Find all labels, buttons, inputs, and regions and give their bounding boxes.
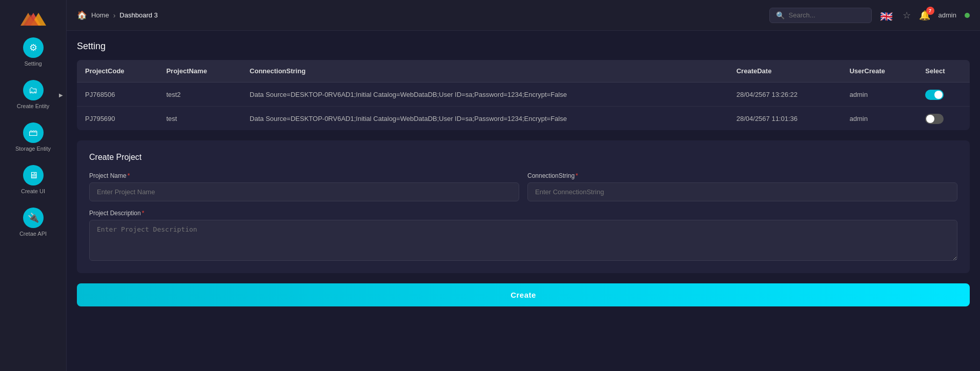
form-row-1: Project Name* ConnectionString* xyxy=(89,172,957,201)
page-title: Setting xyxy=(77,41,970,52)
topbar: 🏠 Home › Dashboard 3 🔍 🇬🇧 ☆ 🔔 7 admin xyxy=(67,0,980,31)
sidebar-item-setting[interactable]: ⚙ Setting xyxy=(0,32,66,72)
sidebar-item-create-api[interactable]: 🔌 Cretae API xyxy=(0,202,66,242)
col-create-date: CreateDate xyxy=(728,60,842,83)
page-content: Setting ProjectCode ProjectName Connecti… xyxy=(67,31,980,371)
notification-wrapper[interactable]: 🔔 7 xyxy=(919,10,930,21)
project-code-cell: PJ795690 xyxy=(77,107,158,131)
create-api-icon: 🔌 xyxy=(23,208,44,228)
create-date-cell: 28/04/2567 11:01:36 xyxy=(728,107,842,131)
select-cell[interactable] xyxy=(917,83,970,107)
flag-icon[interactable]: 🇬🇧 xyxy=(880,10,894,20)
breadcrumb-home-link[interactable]: Home xyxy=(91,11,109,19)
select-cell[interactable] xyxy=(917,107,970,131)
online-status-dot xyxy=(965,13,970,18)
sidebar-item-create-ui[interactable]: 🖥 Create UI xyxy=(0,160,66,199)
project-code-cell: PJ768506 xyxy=(77,83,158,107)
col-select: Select xyxy=(917,60,970,83)
col-project-name: ProjectName xyxy=(158,60,241,83)
toggle-button[interactable] xyxy=(925,114,944,124)
sidebar-label-create-api: Cretae API xyxy=(19,231,47,237)
setting-icon: ⚙ xyxy=(23,37,44,58)
main-area: 🏠 Home › Dashboard 3 🔍 🇬🇧 ☆ 🔔 7 admin Se… xyxy=(67,0,980,371)
search-box[interactable]: 🔍 xyxy=(769,8,872,23)
breadcrumb: 🏠 Home › Dashboard 3 xyxy=(77,10,769,20)
breadcrumb-separator: › xyxy=(113,11,116,19)
project-desc-textarea[interactable] xyxy=(89,220,957,261)
col-project-code: ProjectCode xyxy=(77,60,158,83)
project-name-cell: test xyxy=(158,107,241,131)
home-icon: 🏠 xyxy=(77,10,87,20)
table-row: PJ795690testData Source=DESKTOP-0RV6AD1;… xyxy=(77,107,970,131)
sidebar: ⚙ Setting 🗂 Create Entity ▶ 🗃 Storage En… xyxy=(0,0,67,371)
create-ui-icon: 🖥 xyxy=(23,165,44,186)
connection-string-label: ConnectionString* xyxy=(527,172,957,179)
sidebar-item-storage-entity[interactable]: 🗃 Storage Entity xyxy=(0,117,66,157)
col-user-create: UserCreate xyxy=(841,60,917,83)
storage-entity-icon: 🗃 xyxy=(23,122,44,143)
create-project-card: Create Project Project Name* ConnectionS… xyxy=(77,140,970,273)
user-create-cell: admin xyxy=(841,83,917,107)
create-date-cell: 28/04/2567 13:26:22 xyxy=(728,83,842,107)
create-button[interactable]: Create xyxy=(77,283,970,306)
sidebar-label-create-ui: Create UI xyxy=(21,188,45,194)
sidebar-item-create-entity[interactable]: 🗂 Create Entity ▶ xyxy=(0,75,66,114)
projects-table: ProjectCode ProjectName ConnectionString… xyxy=(77,60,970,130)
search-input[interactable] xyxy=(789,11,865,19)
col-connection-string: ConnectionString xyxy=(241,60,728,83)
expand-icon: ▶ xyxy=(59,92,63,97)
notification-badge: 7 xyxy=(926,7,934,15)
required-star-conn: * xyxy=(576,172,578,179)
project-name-cell: test2 xyxy=(158,83,241,107)
breadcrumb-current: Dashboard 3 xyxy=(119,11,157,19)
sidebar-label-storage-entity: Storage Entity xyxy=(15,146,51,152)
create-project-title: Create Project xyxy=(89,153,957,162)
table-row: PJ768506test2Data Source=DESKTOP-0RV6AD1… xyxy=(77,83,970,107)
project-name-label: Project Name* xyxy=(89,172,519,179)
connection-string-input[interactable] xyxy=(527,182,957,201)
project-name-group: Project Name* xyxy=(89,172,519,201)
project-name-input[interactable] xyxy=(89,182,519,201)
required-star-desc: * xyxy=(142,210,145,217)
required-star-name: * xyxy=(128,172,130,179)
user-create-cell: admin xyxy=(841,107,917,131)
connection-string-group: ConnectionString* xyxy=(527,172,957,201)
sidebar-label-setting: Setting xyxy=(24,60,42,67)
create-entity-icon: 🗂 xyxy=(23,80,44,100)
topbar-right: 🔍 🇬🇧 ☆ 🔔 7 admin xyxy=(769,8,970,23)
connection-string-cell: Data Source=DESKTOP-0RV6AD1;Initial Cata… xyxy=(241,107,728,131)
logo xyxy=(18,5,49,32)
search-icon: 🔍 xyxy=(776,11,785,19)
project-desc-group: Project Description* xyxy=(89,210,957,261)
toggle-button[interactable] xyxy=(925,90,944,100)
star-icon[interactable]: ☆ xyxy=(903,10,911,21)
admin-label[interactable]: admin xyxy=(938,11,956,19)
sidebar-label-create-entity: Create Entity xyxy=(17,103,50,109)
connection-string-cell: Data Source=DESKTOP-0RV6AD1;Initial Cata… xyxy=(241,83,728,107)
project-desc-label: Project Description* xyxy=(89,210,957,217)
